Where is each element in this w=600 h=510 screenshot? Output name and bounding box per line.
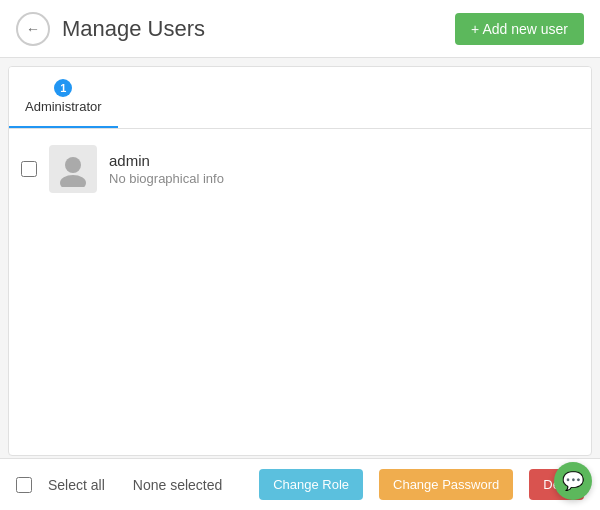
back-icon: ←	[26, 21, 40, 37]
change-role-button[interactable]: Change Role	[259, 469, 363, 500]
tabs-container: 1 Administrator	[9, 67, 591, 129]
tab-label: Administrator	[25, 99, 102, 114]
change-password-button[interactable]: Change Password	[379, 469, 513, 500]
user-info: admin No biographical info	[109, 152, 224, 186]
user-bio: No biographical info	[109, 171, 224, 186]
chat-icon: 💬	[562, 470, 584, 492]
chat-bubble-button[interactable]: 💬	[554, 462, 592, 500]
none-selected-label: None selected	[133, 477, 223, 493]
tab-badge: 1	[54, 79, 72, 97]
user-name: admin	[109, 152, 224, 169]
user-list: admin No biographical info	[9, 129, 591, 209]
tab-administrator[interactable]: 1 Administrator	[9, 67, 118, 128]
svg-point-1	[60, 175, 86, 187]
page-title: Manage Users	[62, 16, 443, 42]
main-content-panel: 1 Administrator admin No biographical in…	[8, 66, 592, 456]
page-header: ← Manage Users + Add new user	[0, 0, 600, 58]
avatar-svg	[55, 151, 91, 187]
select-all-checkbox[interactable]	[16, 477, 32, 493]
svg-point-0	[65, 157, 81, 173]
select-all-label[interactable]: Select all	[48, 477, 105, 493]
bottom-action-bar: Select all None selected Change Role Cha…	[0, 458, 600, 510]
avatar	[49, 145, 97, 193]
back-button[interactable]: ←	[16, 12, 50, 46]
user-checkbox[interactable]	[21, 161, 37, 177]
add-new-user-button[interactable]: + Add new user	[455, 13, 584, 45]
table-row: admin No biographical info	[9, 137, 591, 201]
